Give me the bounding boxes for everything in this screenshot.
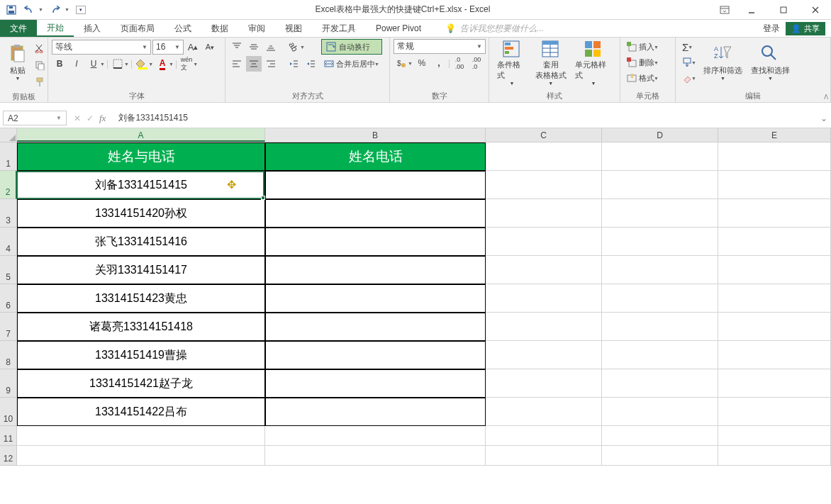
cell[interactable] (718, 199, 831, 228)
cell[interactable] (17, 426, 265, 446)
decrease-indent-icon[interactable] (286, 56, 301, 72)
row-header[interactable]: 5 (0, 256, 17, 284)
row-header[interactable]: 8 (0, 341, 17, 369)
cell[interactable]: 13314151421赵子龙 (17, 369, 265, 398)
fill-color-icon[interactable] (134, 56, 150, 72)
copy-icon[interactable] (32, 57, 48, 73)
cell[interactable] (602, 446, 718, 466)
cell[interactable] (602, 142, 718, 171)
increase-font-icon[interactable]: A▴ (185, 39, 201, 55)
row-header[interactable]: 1 (0, 142, 17, 171)
increase-indent-icon[interactable] (303, 56, 318, 72)
select-all-corner[interactable] (0, 128, 17, 142)
cell[interactable] (486, 199, 602, 228)
cell[interactable] (486, 142, 602, 171)
cell[interactable] (718, 341, 831, 369)
cell[interactable]: 13314151422吕布 (17, 398, 265, 426)
undo-more-icon[interactable]: ▼ (38, 7, 43, 12)
align-bottom-icon[interactable] (263, 39, 279, 55)
insert-cells-button[interactable]: 插入▼ (624, 39, 662, 55)
row-header[interactable]: 10 (0, 398, 17, 426)
tab-data[interactable]: 数据 (201, 20, 238, 37)
cell[interactable] (718, 171, 831, 199)
cell[interactable] (486, 398, 602, 426)
qat-customize-icon[interactable]: ▾ (76, 6, 86, 14)
cell[interactable] (486, 171, 602, 199)
cell[interactable] (265, 313, 486, 341)
tab-view[interactable]: 视图 (275, 20, 312, 37)
merge-center-button[interactable]: 合并后居中 ▼ (321, 56, 382, 72)
paste-button[interactable]: 粘贴 ▼ (4, 39, 32, 86)
align-middle-icon[interactable] (246, 39, 262, 55)
cell[interactable] (602, 398, 718, 426)
font-size-combo[interactable]: 16▼ (152, 40, 184, 55)
minimize-icon[interactable] (735, 0, 767, 20)
col-header-a[interactable]: A (17, 128, 265, 142)
cell[interactable] (602, 369, 718, 398)
cells-area[interactable]: 姓名与电话 姓名电话 刘备13314151415 13314151420孙权 张… (17, 142, 831, 466)
align-top-icon[interactable] (229, 39, 245, 55)
fx-icon[interactable]: fx (99, 113, 106, 124)
percent-icon[interactable]: % (414, 55, 430, 71)
decrease-font-icon[interactable]: A▾ (202, 39, 218, 55)
formula-input[interactable]: 刘备13314151415 (113, 111, 817, 125)
cell[interactable] (718, 426, 831, 446)
save-icon[interactable] (6, 4, 17, 16)
cell-styles-button[interactable]: 单元格样式▼ (571, 39, 616, 86)
cell[interactable] (265, 171, 486, 199)
number-format-combo[interactable]: 常规▼ (394, 39, 486, 54)
row-header[interactable]: 2 (0, 171, 17, 199)
cell[interactable]: 13314151423黄忠 (17, 284, 265, 313)
login-link[interactable]: 登录 (763, 23, 780, 35)
cell[interactable]: 关羽13314151417 (17, 256, 265, 284)
share-button[interactable]: 👤共享 (786, 22, 825, 35)
cell[interactable] (486, 228, 602, 256)
font-color-icon[interactable]: A (155, 56, 170, 72)
comma-icon[interactable]: , (431, 55, 447, 71)
align-left-icon[interactable] (229, 56, 245, 72)
tab-powerpivot[interactable]: Power Pivot (366, 20, 431, 37)
cut-icon[interactable] (32, 40, 48, 56)
cell[interactable] (602, 256, 718, 284)
cell[interactable] (602, 171, 718, 199)
cell[interactable] (602, 228, 718, 256)
autosum-button[interactable]: Σ▼ (679, 39, 699, 55)
row-header[interactable]: 9 (0, 369, 17, 398)
cell[interactable] (486, 256, 602, 284)
cell[interactable]: 13314151420孙权 (17, 199, 265, 228)
clear-button[interactable]: ▼ (679, 70, 699, 86)
undo-icon[interactable] (23, 4, 35, 16)
maximize-icon[interactable] (767, 0, 799, 20)
cell[interactable] (718, 228, 831, 256)
bold-icon[interactable]: B (52, 56, 67, 72)
cell[interactable] (718, 398, 831, 426)
redo-more-icon[interactable]: ▼ (65, 7, 69, 12)
currency-icon[interactable]: $ (394, 55, 409, 71)
italic-icon[interactable]: I (69, 56, 84, 72)
border-icon[interactable] (110, 56, 126, 72)
row-header[interactable]: 6 (0, 284, 17, 313)
col-header-c[interactable]: C (486, 128, 602, 142)
cell[interactable] (602, 426, 718, 446)
cell[interactable] (265, 341, 486, 369)
row-header[interactable]: 3 (0, 199, 17, 228)
align-center-icon[interactable] (246, 56, 262, 72)
delete-cells-button[interactable]: 删除▼ (624, 55, 662, 70)
tab-insert[interactable]: 插入 (74, 20, 111, 37)
cell[interactable] (486, 446, 602, 466)
format-painter-icon[interactable] (32, 74, 48, 90)
row-header[interactable]: 7 (0, 313, 17, 341)
tab-layout[interactable]: 页面布局 (111, 20, 164, 37)
cell[interactable] (718, 446, 831, 466)
cell[interactable] (602, 341, 718, 369)
format-as-table-button[interactable]: 套用 表格格式▼ (531, 39, 571, 86)
increase-decimal-icon[interactable]: .0.00 (452, 55, 467, 71)
cell[interactable] (486, 284, 602, 313)
tab-file[interactable]: 文件 (0, 20, 37, 37)
redo-icon[interactable] (50, 4, 61, 16)
row-header[interactable]: 11 (0, 426, 17, 446)
orientation-icon[interactable]: ab (286, 39, 301, 55)
cell[interactable] (718, 284, 831, 313)
cell[interactable] (486, 313, 602, 341)
cell[interactable] (265, 284, 486, 313)
